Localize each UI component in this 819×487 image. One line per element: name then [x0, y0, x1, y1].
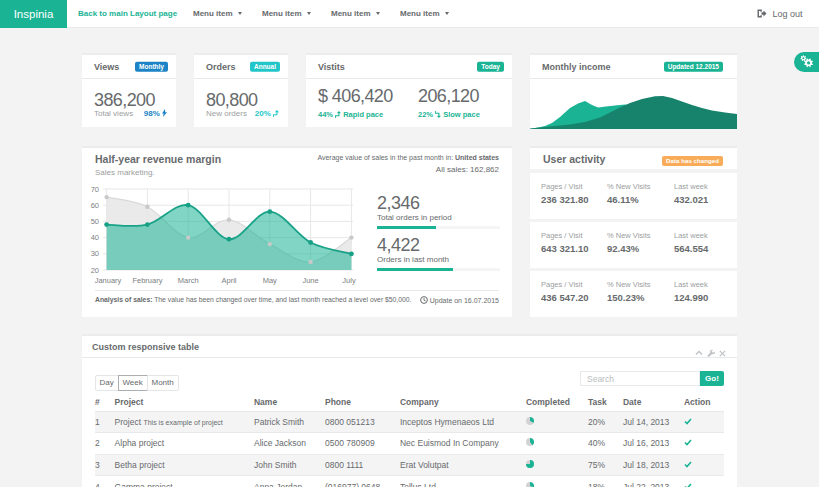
- svg-text:May: May: [263, 276, 277, 285]
- svg-text:June: June: [302, 276, 318, 285]
- svg-text:50: 50: [91, 217, 99, 226]
- svg-text:April: April: [221, 276, 236, 285]
- svg-text:40: 40: [91, 233, 99, 242]
- svg-text:60: 60: [91, 201, 99, 210]
- svg-text:January: January: [95, 276, 122, 285]
- svg-text:30: 30: [91, 249, 99, 258]
- svg-text:20: 20: [91, 266, 99, 275]
- svg-text:March: March: [178, 276, 199, 285]
- svg-text:July: July: [342, 276, 356, 285]
- svg-text:70: 70: [91, 185, 99, 194]
- svg-text:February: February: [132, 276, 162, 285]
